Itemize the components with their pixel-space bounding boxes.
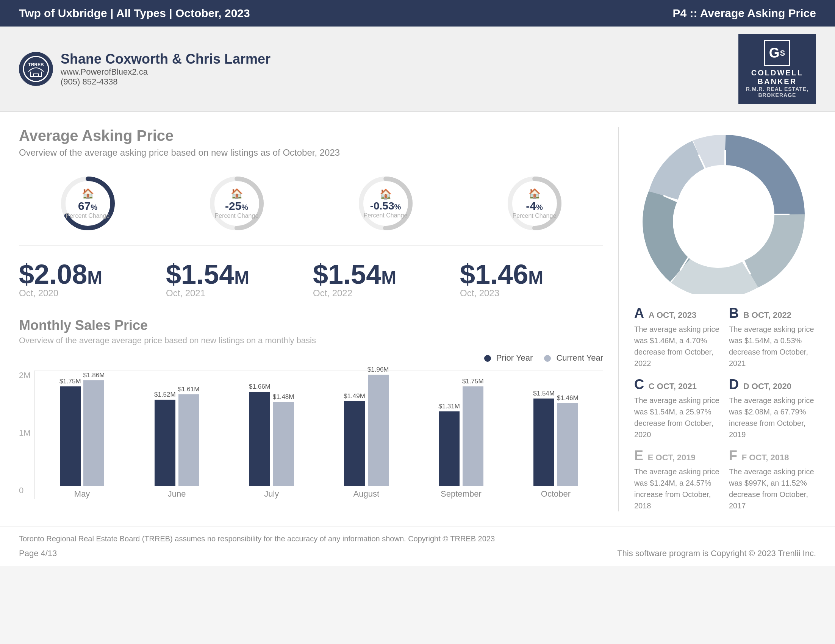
footer-page: Page 4/13	[19, 548, 57, 558]
segment-grid: A A OCT, 2023 The average asking price w…	[634, 305, 816, 511]
segment-d-header: D D OCT, 2020	[729, 376, 816, 393]
bar-may-current: $1.86M	[83, 371, 105, 486]
gauge-circle-3: 🏠 -4% Percent Change	[504, 173, 565, 234]
y-label-1m: 1M	[19, 428, 31, 438]
legend-prior-dot	[484, 355, 491, 362]
bar-fill-sep-current	[463, 386, 483, 486]
bar-may-prior: $1.75M	[60, 378, 81, 486]
bar-group-july: $1.66M $1.48M July	[228, 372, 315, 499]
bar-group-october: $1.54M $1.46M October	[512, 372, 599, 499]
segment-b-body: The average asking price was $1.54M, a 0…	[729, 323, 816, 369]
donut-center	[692, 181, 759, 248]
gauge-item-3: 🏠 -4% Percent Change	[466, 173, 603, 234]
segment-b: B B OCT, 2022 The average asking price w…	[729, 305, 816, 369]
coldwell-line4: BROKERAGE	[758, 92, 796, 98]
bar-label-august-current: $1.96M	[367, 366, 389, 373]
coldwell-logo: GS COLDWELL BANKER R.M.R. REAL ESTATE, B…	[738, 34, 816, 104]
house-icon-1: 🏠	[231, 188, 243, 200]
svg-point-0	[23, 57, 49, 81]
agent-info: TRREB Shane Coxworth & Chris Larmer www.…	[19, 51, 271, 87]
segment-e-header: E E OCT, 2019	[634, 448, 721, 464]
avg-asking-subtitle: Overview of the average asking price bas…	[19, 148, 603, 158]
bar-june-prior: $1.52M	[154, 391, 176, 486]
footer-disclaimer: Toronto Regional Real Estate Board (TRRE…	[19, 535, 816, 543]
right-panel: F A B C D E	[634, 127, 816, 511]
bar-label-june-current: $1.61M	[178, 386, 200, 393]
header-main: TRREB Shane Coxworth & Chris Larmer www.…	[0, 26, 835, 112]
segment-a-body: The average asking price was $1.46M, a 4…	[634, 323, 721, 369]
gauge-circle-2: 🏠 -0.53% Percent Change	[355, 173, 416, 234]
bars-september: $1.31M $1.75M	[439, 372, 483, 486]
donut-seg-c	[680, 271, 751, 283]
agent-details: Shane Coxworth & Chris Larmer www.Powero…	[61, 51, 271, 87]
segment-f-header: F F OCT, 2018	[729, 448, 816, 464]
bar-label-oct-prior: $1.54M	[533, 390, 555, 397]
bar-group-september: $1.31M $1.75M September	[418, 372, 505, 499]
coldwell-line2: BANKER	[758, 77, 797, 86]
bar-label-may-prior: $1.75M	[60, 378, 81, 385]
price-item-1: $1.54M Oct, 2021	[166, 261, 309, 298]
gauge-val-0: 67%	[78, 200, 97, 213]
avg-asking-title: Average Asking Price	[19, 127, 603, 144]
price-val-1: $1.54M	[166, 261, 309, 288]
bar-fill-june-prior	[154, 400, 175, 486]
gauge-item-1: 🏠 -25% Percent Change	[168, 173, 305, 234]
y-label-2m: 2M	[19, 370, 31, 380]
panel-divider	[618, 127, 619, 511]
bar-label-oct-current: $1.46M	[557, 394, 578, 402]
price-item-2: $1.54M Oct, 2022	[313, 261, 456, 298]
bar-fill-august-current	[368, 375, 389, 486]
grid-top	[35, 370, 603, 371]
bar-chart-area: 2M 1M 0 $1.75M $1.86M	[19, 370, 603, 499]
segment-a: A A OCT, 2023 The average asking price w…	[634, 305, 721, 369]
segment-f: F F OCT, 2018 The average asking price w…	[729, 448, 816, 511]
bar-group-august: $1.49M $1.96M August	[323, 372, 410, 499]
gauge-val-2: -0.53%	[370, 200, 401, 212]
bar-fill-oct-prior	[533, 399, 554, 486]
price-date-2: Oct, 2022	[313, 288, 456, 298]
gauge-label-1: Percent Change	[215, 213, 259, 219]
donut-seg-e	[663, 154, 699, 195]
price-item-0: $2.08M Oct, 2020	[19, 261, 162, 298]
footer-pages: Page 4/13 This software program is Copyr…	[19, 548, 816, 558]
coldwell-line3: R.M.R. REAL ESTATE,	[746, 86, 809, 92]
segment-c: C C OCT, 2021 The average asking price w…	[634, 376, 721, 440]
bar-month-may: May	[74, 489, 90, 499]
y-axis: 2M 1M 0	[19, 370, 31, 499]
footer-copyright: This software program is Copyright © 202…	[617, 548, 816, 558]
bar-fill-june-current	[179, 394, 199, 486]
bar-month-june: June	[168, 489, 186, 499]
bar-group-may: $1.75M $1.86M May	[39, 372, 126, 499]
bar-month-july: July	[264, 489, 279, 499]
bar-label-sep-prior: $1.31M	[439, 403, 460, 410]
y-label-0: 0	[19, 486, 31, 495]
coldwell-line1: COLDWELL	[751, 68, 803, 77]
bar-month-october: October	[541, 489, 570, 499]
bar-june-current: $1.61M	[178, 386, 200, 486]
bar-fill-may-current	[83, 380, 104, 486]
bar-fill-august-prior	[344, 401, 365, 486]
price-date-1: Oct, 2021	[166, 288, 309, 298]
agent-name: Shane Coxworth & Chris Larmer	[61, 51, 271, 67]
price-item-3: $1.46M Oct, 2023	[460, 261, 603, 298]
gauge-circle-1: 🏠 -25% Percent Change	[206, 173, 267, 234]
grid-mid	[35, 435, 603, 435]
house-icon-0: 🏠	[82, 188, 94, 200]
donut-container: F A B C D E	[634, 135, 816, 294]
bar-july-current: $1.48M	[273, 393, 294, 486]
price-date-0: Oct, 2020	[19, 288, 162, 298]
prices-row: $2.08M Oct, 2020 $1.54M Oct, 2021 $1.54M…	[19, 261, 603, 298]
bar-label-may-current: $1.86M	[83, 371, 105, 379]
gauge-circle-0: 🏠 67% Percent Change	[58, 173, 118, 234]
segment-b-header: B B OCT, 2022	[729, 305, 816, 321]
cb-icon: GS	[764, 40, 790, 66]
bars-container: $1.75M $1.86M May $1.52M	[34, 370, 603, 499]
house-icon-3: 🏠	[528, 188, 541, 200]
segment-d-body: The average asking price was $2.08M, a 6…	[729, 395, 816, 440]
price-val-0: $2.08M	[19, 261, 162, 288]
donut-seg-d	[658, 195, 680, 271]
segment-c-body: The average asking price was $1.54M, a 2…	[634, 395, 721, 440]
svg-text:TRREB: TRREB	[28, 62, 44, 67]
bars-june: $1.52M $1.61M	[154, 372, 199, 486]
chart-legend: Prior Year Current Year	[19, 353, 603, 363]
